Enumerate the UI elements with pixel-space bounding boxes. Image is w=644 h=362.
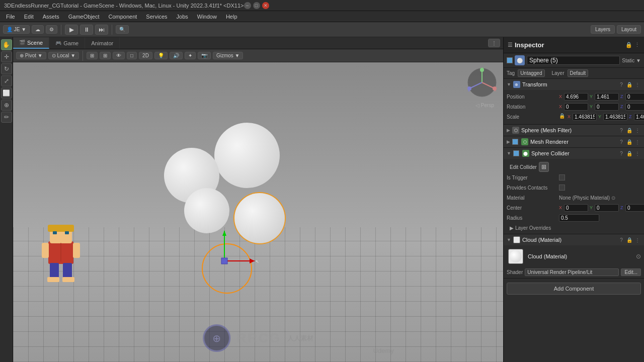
mesh-renderer-info[interactable]: ?: [618, 138, 625, 145]
provides-contacts-checkbox[interactable]: [559, 185, 565, 191]
material-lock[interactable]: 🔒: [626, 236, 633, 243]
vis-btn[interactable]: 👁: [113, 52, 125, 59]
material-pick-icon[interactable]: ⊙: [611, 195, 615, 201]
object-name-field[interactable]: Sphere (5): [527, 56, 620, 65]
rotation-y-field[interactable]: [595, 103, 619, 111]
shader-dropdown[interactable]: Universal Render Pipeline/Lit: [525, 268, 619, 276]
transform-more-btn[interactable]: ⋮: [634, 81, 641, 88]
mesh-filter-lock[interactable]: 🔒: [626, 127, 633, 134]
layer-overrides-section[interactable]: ▶ Layer Overrides: [507, 223, 641, 232]
mesh-filter-more[interactable]: ⋮: [634, 127, 641, 134]
close-button[interactable]: ✕: [262, 2, 269, 9]
pause-button[interactable]: ⏸: [80, 25, 93, 35]
viewport-options[interactable]: ⋮: [488, 39, 500, 47]
toolbar-search[interactable]: 🔍: [116, 25, 129, 34]
tool-move[interactable]: ✛: [1, 51, 12, 62]
layer-dropdown[interactable]: Default: [568, 69, 589, 77]
menu-window[interactable]: Window: [193, 13, 221, 21]
material-pick-btn[interactable]: ⊙: [636, 253, 641, 260]
minimize-button[interactable]: –: [244, 2, 251, 9]
maximize-button[interactable]: □: [253, 2, 260, 9]
mesh-renderer-lock[interactable]: 🔒: [626, 138, 633, 145]
gizmo-btn[interactable]: Gizmos ▼: [213, 52, 244, 59]
scale-lock-icon[interactable]: 🔒: [559, 113, 565, 121]
tool-rotate[interactable]: ↻: [1, 63, 12, 74]
local-btn[interactable]: ⊙ Local ▼: [48, 52, 79, 59]
center-x-field[interactable]: [564, 204, 588, 212]
menu-component[interactable]: Component: [104, 13, 141, 21]
sphere-collider-more[interactable]: ⋮: [634, 150, 641, 157]
tag-dropdown[interactable]: Untagged: [518, 69, 544, 77]
sphere-collider-enabled[interactable]: [513, 150, 519, 156]
edit-collider-button[interactable]: Edit Collider ⊞: [507, 161, 641, 173]
rotation-z-field[interactable]: [625, 103, 644, 111]
cam-btn[interactable]: 📷: [198, 52, 211, 59]
menu-file[interactable]: File: [2, 13, 19, 21]
mesh-renderer-enabled[interactable]: [512, 139, 518, 145]
audio-btn[interactable]: 🔊: [170, 52, 183, 59]
material-info[interactable]: ?: [618, 236, 625, 243]
radius-field[interactable]: [559, 214, 599, 222]
grid-btn[interactable]: ⊞: [87, 52, 98, 59]
position-z-field[interactable]: [625, 93, 644, 101]
tool-rect[interactable]: ⬜: [1, 87, 12, 99]
menu-edit[interactable]: Edit: [20, 13, 38, 21]
scale-z-field[interactable]: [634, 113, 644, 121]
material-header[interactable]: ▼ Cloud (Material) ? 🔒 ⋮: [504, 234, 644, 245]
tab-game[interactable]: 🎮 Game: [49, 37, 85, 49]
menu-services[interactable]: Services: [142, 13, 171, 21]
mesh-renderer-header[interactable]: ▶ ⬡ Mesh Renderer ? 🔒 ⋮: [504, 136, 644, 147]
mesh-filter-info[interactable]: ?: [618, 127, 625, 134]
layout-dropdown[interactable]: Layout: [617, 25, 641, 34]
scale-x-field[interactable]: [573, 113, 597, 121]
pivot-btn[interactable]: ⊕ Pivot ▼: [16, 52, 46, 59]
mesh-renderer-more[interactable]: ⋮: [634, 138, 641, 145]
lighting-btn[interactable]: 💡: [154, 52, 168, 59]
inspector-icon: ☰: [508, 42, 513, 48]
mesh-filter-header[interactable]: ▶ ⬡ Sphere (Mesh Filter) ? 🔒 ⋮: [504, 125, 644, 136]
toolbar-account[interactable]: 👤 JE ▼: [3, 25, 30, 34]
static-label[interactable]: Static ▼: [622, 58, 641, 63]
layers-dropdown[interactable]: Layers: [591, 25, 615, 34]
is-trigger-checkbox[interactable]: [559, 174, 565, 180]
toolbar-cloud[interactable]: ☁: [32, 25, 44, 34]
object-enabled-checkbox[interactable]: [507, 57, 513, 63]
transform-header[interactable]: ▼ ⊕ Transform ? 🔒 ⋮: [504, 79, 644, 90]
rotation-x-field[interactable]: [564, 103, 588, 111]
window-controls[interactable]: – □ ✕: [244, 2, 269, 9]
tool-hand[interactable]: ✋: [1, 39, 12, 50]
position-x-field[interactable]: [564, 93, 588, 101]
scale-y-field[interactable]: [603, 113, 627, 121]
shader-edit-button[interactable]: Edit...: [621, 268, 641, 276]
menu-gameobject[interactable]: GameObject: [64, 13, 104, 21]
fx-btn[interactable]: ✦: [185, 52, 196, 59]
toolbar-settings[interactable]: ⚙: [46, 25, 57, 34]
add-component-button[interactable]: Add Component: [507, 283, 641, 295]
step-button[interactable]: ⏭: [95, 25, 108, 35]
center-y-field[interactable]: [595, 204, 619, 212]
mode-2d[interactable]: 2D: [139, 52, 152, 59]
menu-jobs[interactable]: Jobs: [173, 13, 192, 21]
tab-scene[interactable]: 🎬 Scene: [13, 37, 49, 49]
menu-assets[interactable]: Assets: [39, 13, 63, 21]
sphere-collider-info[interactable]: ?: [618, 150, 625, 157]
sphere-collider-header[interactable]: ▼ ⬤ Sphere Collider ? 🔒 ⋮: [504, 148, 644, 159]
viewport-gizmo[interactable]: Y X Z: [467, 67, 497, 98]
render-btn[interactable]: □: [127, 52, 137, 59]
transform-info-btn[interactable]: ?: [618, 81, 625, 88]
scene-viewport[interactable]: ↖ Y: [13, 62, 503, 362]
transform-lock-btn[interactable]: 🔒: [626, 81, 633, 88]
position-y-field[interactable]: [595, 93, 619, 101]
inspector-lock-icon[interactable]: 🔒: [625, 42, 632, 48]
material-more[interactable]: ⋮: [634, 236, 641, 243]
snap-btn[interactable]: ⊞: [100, 52, 111, 59]
sphere-collider-lock[interactable]: 🔒: [626, 150, 633, 157]
inspector-more[interactable]: ⋮: [634, 42, 640, 48]
tool-custom[interactable]: ✏: [1, 112, 12, 123]
tool-scale[interactable]: ⤢: [1, 75, 12, 86]
menu-help[interactable]: Help: [222, 13, 242, 21]
center-z-field[interactable]: [625, 204, 644, 212]
tool-transform[interactable]: ⊕: [1, 100, 12, 111]
tab-animator[interactable]: Animator: [85, 37, 120, 49]
play-button[interactable]: ▶: [65, 25, 78, 35]
